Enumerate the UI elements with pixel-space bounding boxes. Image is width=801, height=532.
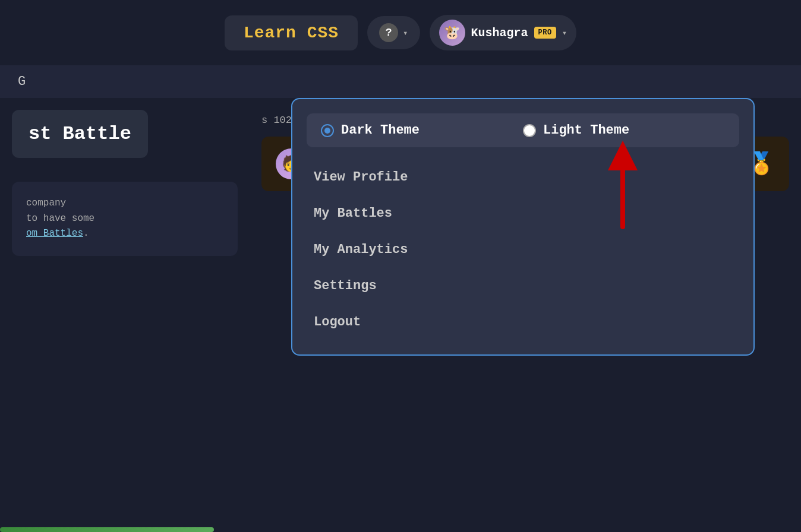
dark-theme-label: Dark Theme — [341, 123, 420, 138]
left-panel: st Battle company to have some om Battle… — [0, 98, 250, 532]
progress-bar — [0, 527, 214, 532]
dropdown-menu: Dark Theme Light Theme View P — [291, 98, 755, 356]
description-box: company to have some om Battles. — [12, 182, 238, 256]
light-theme-radio[interactable] — [523, 124, 536, 137]
user-name: Kushagra — [471, 26, 528, 40]
theme-toggle-row: Dark Theme Light Theme — [307, 113, 739, 147]
light-theme-label: Light Theme — [543, 123, 629, 138]
light-theme-option[interactable]: Light Theme — [523, 123, 725, 138]
view-profile-item[interactable]: View Profile — [307, 159, 739, 195]
sub-header-text: G — [18, 74, 26, 89]
dark-theme-option[interactable]: Dark Theme — [321, 123, 523, 138]
help-chevron-icon: ▾ — [403, 28, 408, 38]
desc-line3: om Battles. — [26, 226, 223, 242]
my-battles-item[interactable]: My Battles — [307, 195, 739, 232]
header: Learn CSS ? ▾ 🐮 Kushagra PRO ▾ — [0, 0, 801, 65]
logo-text: Learn CSS — [244, 24, 339, 42]
right-panel: s 102540.65 (144 Targets) 🧑 Gabriele 102… — [250, 98, 801, 532]
my-analytics-item[interactable]: My Analytics — [307, 232, 739, 268]
pro-badge: PRO — [534, 27, 556, 39]
logout-item[interactable]: Logout — [307, 304, 739, 340]
battles-link[interactable]: om Battles — [26, 228, 83, 239]
user-avatar: 🐮 — [439, 20, 465, 46]
battle-button[interactable]: st Battle — [12, 110, 148, 158]
desc-line1: company — [26, 196, 223, 211]
user-chevron-icon: ▾ — [562, 28, 567, 38]
dark-theme-radio[interactable] — [321, 124, 334, 137]
settings-item[interactable]: Settings — [307, 268, 739, 304]
main-content: st Battle company to have some om Battle… — [0, 98, 801, 532]
sub-header: G — [0, 65, 801, 98]
desc-line2: to have some — [26, 211, 223, 227]
help-icon: ? — [379, 23, 398, 42]
user-menu-button[interactable]: 🐮 Kushagra PRO ▾ — [430, 15, 577, 50]
battle-button-label: st Battle — [29, 123, 131, 145]
logo-container: Learn CSS — [225, 15, 358, 50]
help-button[interactable]: ? ▾ — [367, 16, 420, 49]
